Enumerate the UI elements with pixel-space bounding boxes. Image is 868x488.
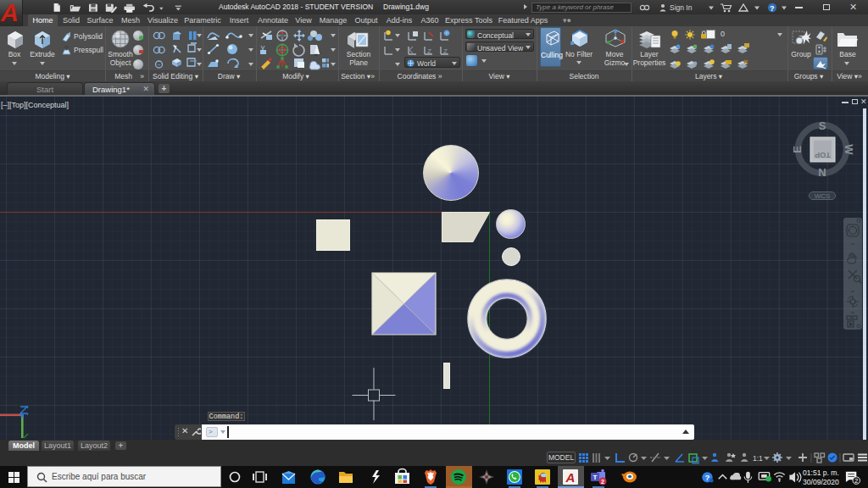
svg-text:2: 2 <box>854 478 858 485</box>
svg-text:N: N <box>818 166 826 179</box>
svg-text:E: E <box>792 146 804 153</box>
svg-text:01:51 p. m.: 01:51 p. m. <box>803 469 839 477</box>
svg-text:2: 2 <box>601 479 604 485</box>
svg-text:W: W <box>843 144 854 155</box>
svg-text:1:1: 1:1 <box>753 454 763 463</box>
svg-text:?: ? <box>705 473 710 482</box>
svg-text:TOP: TOP <box>815 151 830 159</box>
svg-text:T: T <box>593 474 598 481</box>
svg-text:Z: Z <box>427 47 431 55</box>
svg-text:30/09/2020: 30/09/2020 <box>803 478 839 486</box>
svg-text:?: ? <box>770 4 775 13</box>
svg-text:Sign In: Sign In <box>670 3 693 12</box>
svg-text:Z: Z <box>443 47 448 55</box>
svg-text:A: A <box>565 470 576 485</box>
svg-text:S: S <box>819 119 826 132</box>
